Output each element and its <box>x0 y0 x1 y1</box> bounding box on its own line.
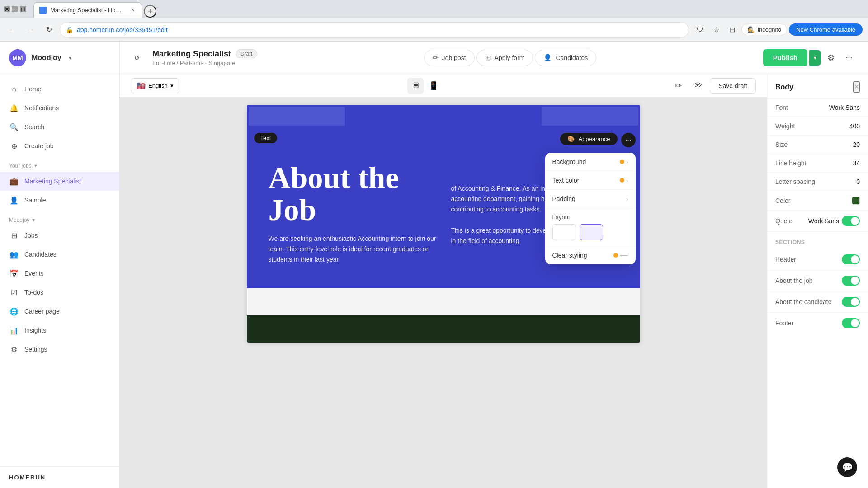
mobile-view-button[interactable]: 📱 <box>425 78 442 94</box>
shield-icon[interactable]: 🛡 <box>693 23 707 37</box>
layout-single-column[interactable] <box>552 224 576 240</box>
sidebar-item-sample[interactable]: 👤 Sample <box>0 191 119 210</box>
header-toggle[interactable] <box>842 254 860 264</box>
incognito-indicator[interactable]: 🕵 Incognito <box>741 24 787 35</box>
weight-value: 400 <box>849 122 860 130</box>
tab-job-post[interactable]: ✏ Job post <box>424 50 475 66</box>
toolbar-actions: 🛡 ☆ ⊟ 🕵 Incognito New Chrome available <box>693 23 863 37</box>
clear-styling-label: Clear styling <box>552 252 587 259</box>
chat-bubble-button[interactable]: 💬 <box>837 457 857 477</box>
single-col-icon <box>562 228 566 237</box>
bottom-placeholder <box>247 288 640 315</box>
sidebar-item-search[interactable]: 🔍 Search <box>0 117 119 136</box>
homerun-logo: HOMERUN <box>9 474 110 481</box>
todos-icon: ☑ <box>9 287 19 297</box>
clear-dot <box>613 253 618 258</box>
new-tab-button[interactable]: + <box>144 5 156 18</box>
sidebar-item-jobs[interactable]: ⊞ Jobs <box>0 226 119 245</box>
popup-padding[interactable]: Padding › <box>545 190 636 208</box>
layout-two-column[interactable] <box>580 224 603 240</box>
letter-spacing-value: 0 <box>856 178 860 185</box>
your-jobs-section[interactable]: Your jobs ▾ <box>0 155 119 172</box>
sidebar-footer: HOMERUN <box>0 466 119 488</box>
sidebar-item-events[interactable]: 📅 Events <box>0 264 119 283</box>
quote-toggle[interactable] <box>842 216 860 226</box>
sidebar-item-notifications[interactable]: 🔔 Notifications <box>0 99 119 117</box>
chevron-down-icon[interactable]: ▾ <box>69 55 71 61</box>
address-bar[interactable]: 🔒 app.homerun.co/job/336451/edit <box>60 22 689 38</box>
top-bar: ↺ Marketing Specialist Draft Full-time /… <box>120 42 868 74</box>
back-button[interactable]: ← <box>5 23 20 37</box>
main-content: ↺ Marketing Specialist Draft Full-time /… <box>120 42 868 488</box>
color-row: Color <box>767 191 868 211</box>
popup-text-color[interactable]: Text color › <box>545 171 636 190</box>
sidebar-item-career-page[interactable]: 🌐 Career page <box>0 302 119 321</box>
line-height-value: 34 <box>853 160 860 167</box>
refresh-job-button[interactable]: ↺ <box>131 52 143 64</box>
edit-mode-button[interactable]: ✏ <box>670 78 686 94</box>
nav-insights-label: Insights <box>24 327 46 334</box>
tab-apply-form[interactable]: ⊞ Apply form <box>476 50 533 66</box>
chevron-down-moodjoy-icon: ▾ <box>32 217 35 223</box>
layout-section: Layout <box>545 208 636 246</box>
popup-clear-styling[interactable]: Clear styling ⟵ <box>545 246 636 264</box>
about-left: About the Job We are seeking an enthusia… <box>269 147 440 267</box>
about-title: About the Job <box>269 162 440 226</box>
language-button[interactable]: 🇺🇸 English ▾ <box>131 78 179 93</box>
nav-home-label: Home <box>24 85 41 93</box>
line-height-label: Line height <box>775 160 807 167</box>
chevron-right-padding-icon: › <box>626 196 628 202</box>
forward-button[interactable]: → <box>24 23 38 37</box>
minimize-window-btn[interactable]: − <box>12 6 18 12</box>
about-candidate-row: About the candidate <box>767 291 868 313</box>
close-window-btn[interactable]: ✕ <box>4 6 10 12</box>
new-chrome-button[interactable]: New Chrome available <box>789 23 863 36</box>
sidebar-item-create[interactable]: ⊕ Create job <box>0 136 119 155</box>
tab-candidates[interactable]: 👤 Candidates <box>535 50 596 66</box>
more-options-dark-button[interactable]: ··· <box>621 133 636 147</box>
search-icon: 🔍 <box>9 122 19 132</box>
quote-value-row: Work Sans <box>808 216 860 226</box>
about-job-toggle[interactable] <box>842 276 860 286</box>
text-block-label[interactable]: Text <box>254 133 278 143</box>
flag-icon: 🇺🇸 <box>137 81 146 90</box>
about-candidate-label: About the candidate <box>775 298 832 305</box>
canvas-content[interactable]: Text About the Job We are seeking an ent… <box>120 98 767 488</box>
canvas-toolbar: 🇺🇸 English ▾ 🖥 📱 ✏ 👁 Save draft <box>120 74 767 98</box>
sidebar-header: MM Moodjoy ▾ <box>0 42 119 74</box>
avatar: MM <box>9 49 26 66</box>
sidebar-item-home[interactable]: ⌂ Home <box>0 80 119 99</box>
split-view-icon[interactable]: ⊟ <box>725 23 740 37</box>
browser-tab[interactable]: Marketing Specialist - Homerun ✕ <box>33 2 142 18</box>
sidebar-item-marketing-specialist[interactable]: 💼 Marketing Specialist <box>0 172 119 191</box>
appearance-button[interactable]: 🎨 Appearance <box>560 133 617 145</box>
letter-spacing-label: Letter spacing <box>775 178 815 185</box>
moodjoy-section[interactable]: Moodjoy ▾ <box>0 210 119 226</box>
panel-close-button[interactable]: × <box>853 81 860 93</box>
refresh-button[interactable]: ↻ <box>42 23 56 37</box>
nav-create-label: Create job <box>24 142 54 150</box>
nav-jobs-label: Jobs <box>24 232 38 239</box>
sidebar-item-candidates[interactable]: 👥 Candidates <box>0 245 119 264</box>
save-draft-button[interactable]: Save draft <box>710 78 756 94</box>
appearance-icon: 🎨 <box>567 136 575 142</box>
popup-background[interactable]: Background › <box>545 153 636 171</box>
tab-close-icon[interactable]: ✕ <box>129 7 136 14</box>
bookmark-icon[interactable]: ☆ <box>709 23 723 37</box>
footer-toggle[interactable] <box>842 318 860 328</box>
gear-icon-button[interactable]: ⚙ <box>823 50 839 66</box>
publish-dropdown-button[interactable]: ▾ <box>809 50 821 66</box>
sidebar-item-insights[interactable]: 📊 Insights <box>0 321 119 340</box>
color-swatch[interactable] <box>852 197 860 205</box>
maximize-window-btn[interactable]: □ <box>20 6 26 12</box>
desktop-view-button[interactable]: 🖥 <box>407 78 424 94</box>
candidates-icon: 👥 <box>9 249 19 259</box>
about-candidate-toggle[interactable] <box>842 297 860 307</box>
quote-value: Work Sans <box>808 217 839 225</box>
more-options-button[interactable]: ··· <box>841 50 857 66</box>
preview-button[interactable]: 👁 <box>690 78 706 94</box>
size-label: Size <box>775 141 788 148</box>
publish-button[interactable]: Publish <box>763 49 807 66</box>
sidebar-item-todos[interactable]: ☑ To-dos <box>0 283 119 302</box>
sidebar-item-settings[interactable]: ⚙ Settings <box>0 340 119 359</box>
